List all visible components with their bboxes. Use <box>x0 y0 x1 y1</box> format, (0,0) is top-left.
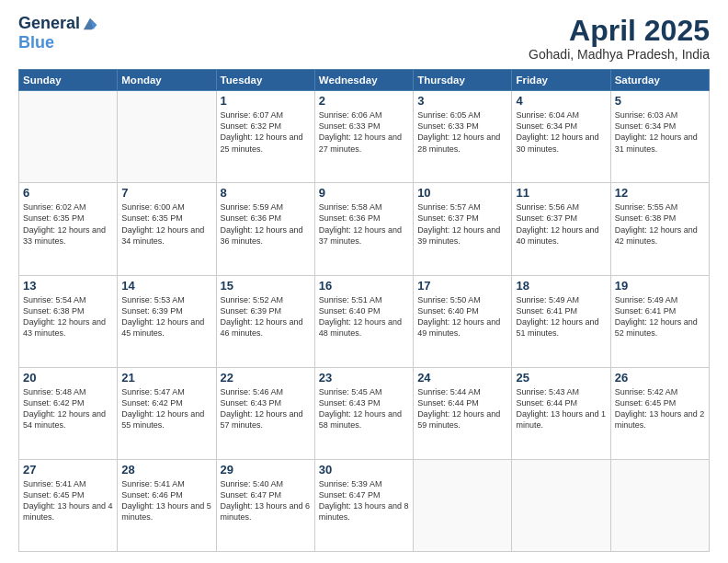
cell-info: Sunrise: 5:41 AM Sunset: 6:46 PM Dayligh… <box>121 478 211 523</box>
calendar-cell <box>414 459 512 551</box>
day-number: 9 <box>319 186 409 200</box>
calendar-cell: 8Sunrise: 5:59 AM Sunset: 6:36 PM Daylig… <box>216 183 314 275</box>
cell-info: Sunrise: 5:46 AM Sunset: 6:43 PM Dayligh… <box>221 386 311 431</box>
day-number: 10 <box>417 186 507 200</box>
cell-info: Sunrise: 5:44 AM Sunset: 6:44 PM Dayligh… <box>417 386 507 431</box>
calendar-cell: 18Sunrise: 5:49 AM Sunset: 6:41 PM Dayli… <box>512 275 610 367</box>
logo-text: General <box>18 15 80 33</box>
day-number: 15 <box>221 279 311 293</box>
calendar-cell: 13Sunrise: 5:54 AM Sunset: 6:38 PM Dayli… <box>19 275 118 367</box>
calendar-cell: 19Sunrise: 5:49 AM Sunset: 6:41 PM Dayli… <box>610 275 709 367</box>
day-number: 25 <box>516 371 606 385</box>
day-header-thursday: Thursday <box>414 70 512 91</box>
calendar-cell: 22Sunrise: 5:46 AM Sunset: 6:43 PM Dayli… <box>216 367 314 459</box>
calendar-cell: 25Sunrise: 5:43 AM Sunset: 6:44 PM Dayli… <box>512 367 610 459</box>
header: General Blue April 2025 Gohadi, Madhya P… <box>18 15 710 62</box>
calendar-cell: 10Sunrise: 5:57 AM Sunset: 6:37 PM Dayli… <box>414 183 512 275</box>
day-number: 19 <box>615 279 705 293</box>
calendar-week-2: 6Sunrise: 6:02 AM Sunset: 6:35 PM Daylig… <box>19 183 710 275</box>
calendar-cell: 3Sunrise: 6:05 AM Sunset: 6:33 PM Daylig… <box>414 91 512 183</box>
day-number: 30 <box>319 463 409 477</box>
day-number: 27 <box>23 463 113 477</box>
cell-info: Sunrise: 5:47 AM Sunset: 6:42 PM Dayligh… <box>121 386 211 431</box>
calendar-cell: 21Sunrise: 5:47 AM Sunset: 6:42 PM Dayli… <box>118 367 216 459</box>
cell-info: Sunrise: 5:51 AM Sunset: 6:40 PM Dayligh… <box>319 294 409 339</box>
cell-info: Sunrise: 5:41 AM Sunset: 6:45 PM Dayligh… <box>23 478 113 523</box>
day-number: 5 <box>615 94 705 108</box>
calendar-cell: 1Sunrise: 6:07 AM Sunset: 6:32 PM Daylig… <box>216 91 314 183</box>
day-number: 16 <box>319 279 409 293</box>
calendar-week-3: 13Sunrise: 5:54 AM Sunset: 6:38 PM Dayli… <box>19 275 710 367</box>
logo-blue: Blue <box>18 33 54 52</box>
cell-info: Sunrise: 5:48 AM Sunset: 6:42 PM Dayligh… <box>23 386 113 431</box>
day-number: 14 <box>121 279 211 293</box>
cell-info: Sunrise: 5:55 AM Sunset: 6:38 PM Dayligh… <box>615 201 705 247</box>
cell-info: Sunrise: 5:52 AM Sunset: 6:39 PM Dayligh… <box>221 294 311 339</box>
calendar-cell: 15Sunrise: 5:52 AM Sunset: 6:39 PM Dayli… <box>216 275 314 367</box>
cell-info: Sunrise: 5:54 AM Sunset: 6:38 PM Dayligh… <box>23 294 113 339</box>
calendar-cell: 26Sunrise: 5:42 AM Sunset: 6:45 PM Dayli… <box>610 367 709 459</box>
calendar-cell: 9Sunrise: 5:58 AM Sunset: 6:36 PM Daylig… <box>314 183 413 275</box>
day-header-monday: Monday <box>118 70 216 91</box>
calendar-cell: 23Sunrise: 5:45 AM Sunset: 6:43 PM Dayli… <box>314 367 413 459</box>
day-number: 20 <box>23 371 113 385</box>
calendar-cell: 7Sunrise: 6:00 AM Sunset: 6:35 PM Daylig… <box>118 183 216 275</box>
day-number: 1 <box>221 94 311 108</box>
day-header-saturday: Saturday <box>610 70 709 91</box>
cell-info: Sunrise: 6:04 AM Sunset: 6:34 PM Dayligh… <box>516 109 606 155</box>
calendar-cell: 27Sunrise: 5:41 AM Sunset: 6:45 PM Dayli… <box>19 459 118 551</box>
calendar-cell: 28Sunrise: 5:41 AM Sunset: 6:46 PM Dayli… <box>118 459 216 551</box>
calendar-week-4: 20Sunrise: 5:48 AM Sunset: 6:42 PM Dayli… <box>19 367 710 459</box>
day-number: 23 <box>319 371 409 385</box>
cell-info: Sunrise: 5:58 AM Sunset: 6:36 PM Dayligh… <box>319 201 409 247</box>
calendar-cell: 16Sunrise: 5:51 AM Sunset: 6:40 PM Dayli… <box>314 275 413 367</box>
day-header-friday: Friday <box>512 70 610 91</box>
day-number: 3 <box>417 94 507 108</box>
cell-info: Sunrise: 6:07 AM Sunset: 6:32 PM Dayligh… <box>221 109 311 155</box>
calendar-cell: 12Sunrise: 5:55 AM Sunset: 6:38 PM Dayli… <box>610 183 709 275</box>
cell-info: Sunrise: 5:49 AM Sunset: 6:41 PM Dayligh… <box>615 294 705 339</box>
calendar-cell: 20Sunrise: 5:48 AM Sunset: 6:42 PM Dayli… <box>19 367 118 459</box>
page: General Blue April 2025 Gohadi, Madhya P… <box>0 0 728 563</box>
month-title: April 2025 <box>529 15 710 47</box>
calendar-week-5: 27Sunrise: 5:41 AM Sunset: 6:45 PM Dayli… <box>19 459 710 551</box>
day-header-tuesday: Tuesday <box>216 70 314 91</box>
cell-info: Sunrise: 5:40 AM Sunset: 6:47 PM Dayligh… <box>221 478 311 523</box>
cell-info: Sunrise: 5:57 AM Sunset: 6:37 PM Dayligh… <box>417 201 507 247</box>
calendar-header-row: SundayMondayTuesdayWednesdayThursdayFrid… <box>19 70 710 91</box>
cell-info: Sunrise: 6:03 AM Sunset: 6:34 PM Dayligh… <box>615 109 705 155</box>
cell-info: Sunrise: 5:45 AM Sunset: 6:43 PM Dayligh… <box>319 386 409 431</box>
cell-info: Sunrise: 5:43 AM Sunset: 6:44 PM Dayligh… <box>516 386 606 431</box>
calendar-cell: 24Sunrise: 5:44 AM Sunset: 6:44 PM Dayli… <box>414 367 512 459</box>
calendar-cell <box>19 91 118 183</box>
calendar-cell <box>118 91 216 183</box>
cell-info: Sunrise: 6:00 AM Sunset: 6:35 PM Dayligh… <box>121 201 211 247</box>
day-number: 24 <box>417 371 507 385</box>
logo: General Blue <box>18 15 98 52</box>
calendar-cell: 29Sunrise: 5:40 AM Sunset: 6:47 PM Dayli… <box>216 459 314 551</box>
calendar-cell <box>610 459 709 551</box>
day-header-sunday: Sunday <box>19 70 118 91</box>
day-number: 17 <box>417 279 507 293</box>
day-number: 29 <box>221 463 311 477</box>
cell-info: Sunrise: 5:50 AM Sunset: 6:40 PM Dayligh… <box>417 294 507 339</box>
day-number: 7 <box>121 186 211 200</box>
calendar-cell: 4Sunrise: 6:04 AM Sunset: 6:34 PM Daylig… <box>512 91 610 183</box>
day-number: 28 <box>121 463 211 477</box>
day-number: 26 <box>615 371 705 385</box>
calendar-cell: 14Sunrise: 5:53 AM Sunset: 6:39 PM Dayli… <box>118 275 216 367</box>
day-number: 2 <box>319 94 409 108</box>
calendar-cell: 17Sunrise: 5:50 AM Sunset: 6:40 PM Dayli… <box>414 275 512 367</box>
cell-info: Sunrise: 6:02 AM Sunset: 6:35 PM Dayligh… <box>23 201 113 247</box>
day-number: 6 <box>23 186 113 200</box>
cell-info: Sunrise: 5:42 AM Sunset: 6:45 PM Dayligh… <box>615 386 705 431</box>
cell-info: Sunrise: 6:06 AM Sunset: 6:33 PM Dayligh… <box>319 109 409 155</box>
calendar-cell <box>512 459 610 551</box>
day-number: 13 <box>23 279 113 293</box>
cell-info: Sunrise: 5:49 AM Sunset: 6:41 PM Dayligh… <box>516 294 606 339</box>
day-header-wednesday: Wednesday <box>314 70 413 91</box>
day-number: 12 <box>615 186 705 200</box>
cell-info: Sunrise: 5:39 AM Sunset: 6:47 PM Dayligh… <box>319 478 409 523</box>
title-section: April 2025 Gohadi, Madhya Pradesh, India <box>529 15 710 62</box>
calendar-cell: 11Sunrise: 5:56 AM Sunset: 6:37 PM Dayli… <box>512 183 610 275</box>
